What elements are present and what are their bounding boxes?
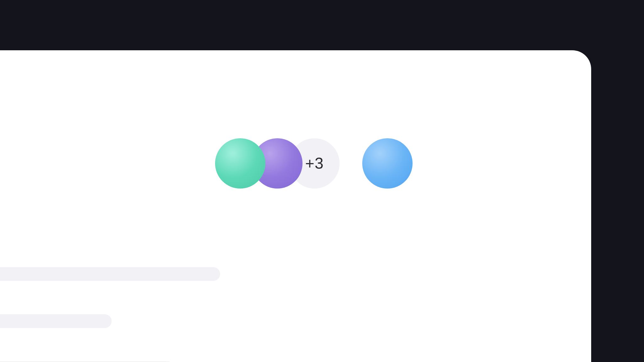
content-placeholder [0, 267, 220, 362]
avatar-blue[interactable] [362, 138, 413, 189]
avatar-group: +3 [215, 138, 413, 189]
content-card: +3 [0, 50, 591, 362]
avatar-teal[interactable] [215, 138, 265, 189]
placeholder-line [0, 267, 220, 281]
placeholder-line [0, 314, 112, 328]
